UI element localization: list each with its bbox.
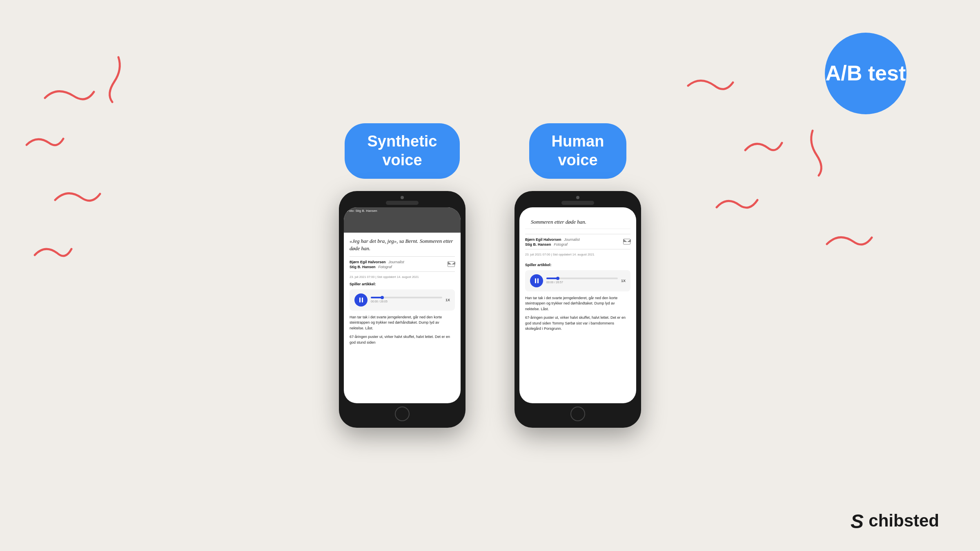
schibsted-logo: S chibsted	[851, 511, 939, 531]
left-phone: Foto: Stig B. Hansen «Jeg har det bra, j…	[339, 191, 466, 428]
squiggle-1	[41, 82, 98, 106]
article-title-left: «Jeg har det bra, jeg», sa Bernt. Sommer…	[350, 238, 455, 252]
article-image-left: Foto: Stig B. Hansen	[344, 207, 461, 233]
squiggle-9	[804, 127, 841, 180]
pause-icon-right	[535, 278, 539, 283]
svg-text:S: S	[851, 511, 864, 531]
author1-role-right: Journalist	[564, 238, 580, 242]
schibsted-text: chibsted	[869, 511, 939, 531]
home-button-left[interactable]	[395, 407, 410, 421]
article-top-text-right: Sommeren etter døde han.	[525, 214, 630, 229]
author1-name-right: Bjørn Egil Halvorsen	[525, 238, 561, 242]
synthetic-voice-label: Syntheticvoice	[345, 123, 459, 178]
squiggle-5	[686, 73, 735, 96]
time-label-right: 00:00 / 26:57	[546, 281, 618, 284]
squiggle-3	[53, 184, 102, 206]
pause-button-right[interactable]	[530, 274, 543, 287]
progress-area-left[interactable]: 00:00 / 26:05	[371, 297, 442, 303]
email-icon-right[interactable]	[623, 239, 630, 244]
spiller-label-right: Spiller artikkel:	[525, 263, 630, 267]
author2-role-right: Fotograf	[554, 242, 568, 247]
progress-area-right[interactable]: 00:00 / 26:57	[546, 278, 618, 284]
main-container: Syntheticvoice Foto: Stig B. Hansen «Jeg…	[0, 0, 980, 551]
author2-name-left: Stig B. Hansen	[350, 265, 376, 269]
phone-camera-right	[576, 196, 579, 199]
article-para1-left: Han tar tak i det svarte jerngelenderet,…	[350, 315, 455, 331]
progress-dot-left	[381, 296, 384, 299]
squiggle-4	[33, 241, 74, 261]
squiggle-2	[24, 131, 65, 151]
progress-track-left[interactable]	[371, 297, 442, 298]
article-para2-left: 67-åringen puster ut, virker halvt skuff…	[350, 334, 455, 345]
schibsted-s-icon: S	[851, 511, 867, 531]
email-icon-left[interactable]	[448, 261, 455, 267]
synthetic-voice-section: Syntheticvoice Foto: Stig B. Hansen «Jeg…	[339, 123, 466, 427]
author2-name-right: Stig B. Hansen	[525, 242, 551, 247]
squiggle-8	[90, 53, 127, 106]
squiggle-10	[825, 229, 874, 251]
speed-right[interactable]: 1X	[621, 279, 626, 283]
author-block-left: Bjørn Egil Halvorsen Journalist Stig B. …	[350, 256, 455, 272]
author-block-right: Bjørn Egil Halvorsen Journalist Stig B. …	[525, 234, 630, 249]
date-left: 23. juli 2021 07:00 | Sist oppdatert 14.…	[350, 275, 455, 279]
phone-notch-left	[386, 201, 419, 205]
progress-track-right[interactable]	[546, 278, 618, 279]
human-voice-section: Humanvoice Sommeren etter døde han. Bjør…	[514, 123, 641, 427]
date-right: 23. juli 2021 07:00 | Sist oppdatert 14.…	[525, 253, 630, 256]
author2-role-left: Fotograf	[378, 265, 392, 269]
author1-name-left: Bjørn Egil Halvorsen	[350, 260, 386, 264]
image-credit-left: Foto: Stig B. Hansen	[347, 209, 377, 213]
article-para1-right: Han tar tak i det svarte jerngelenderet,…	[525, 295, 630, 312]
ab-test-badge: A/B test	[825, 33, 906, 114]
progress-dot-right	[556, 277, 559, 280]
pause-icon-left	[359, 298, 363, 302]
right-phone-screen: Sommeren etter døde han. Bjørn Egil Halv…	[519, 207, 636, 403]
squiggle-7	[715, 192, 760, 213]
right-phone: Sommeren etter døde han. Bjørn Egil Halv…	[514, 191, 641, 428]
home-button-right[interactable]	[570, 407, 585, 421]
progress-fill-right	[546, 278, 557, 279]
phone-camera-left	[401, 196, 404, 199]
squiggle-6	[743, 135, 784, 155]
phone-notch-right	[561, 201, 594, 205]
author1-role-left: Journalist	[388, 260, 404, 264]
time-label-left: 00:00 / 26:05	[371, 300, 442, 303]
article-para2-right: 67-åringen puster ut, virker halvt skuff…	[525, 315, 630, 332]
progress-fill-left	[371, 297, 381, 298]
audio-player-right: 00:00 / 26:57 1X	[525, 270, 630, 291]
pause-button-left[interactable]	[354, 293, 368, 307]
audio-player-left: 00:00 / 26:05 1X	[350, 289, 455, 311]
human-voice-label: Humanvoice	[529, 123, 627, 178]
speed-left[interactable]: 1X	[445, 298, 450, 302]
left-phone-screen: Foto: Stig B. Hansen «Jeg har det bra, j…	[344, 207, 461, 403]
spiller-label-left: Spiller artikkel:	[350, 282, 455, 286]
